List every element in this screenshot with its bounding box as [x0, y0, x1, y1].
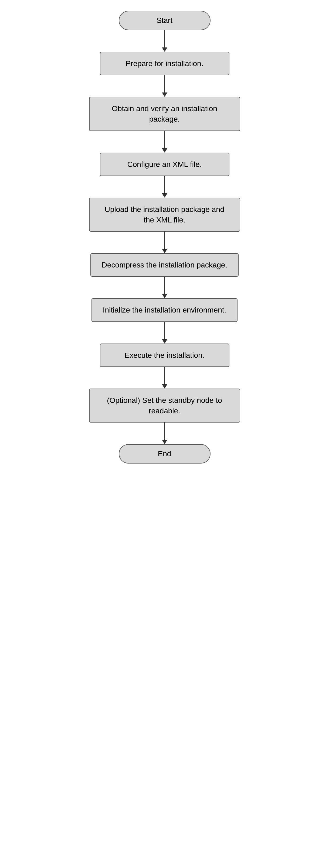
arrow-head-9: [162, 440, 167, 444]
arrow-head-6: [162, 294, 167, 298]
arrow-5: [162, 231, 167, 253]
execute-label: Execute the installation.: [125, 351, 205, 360]
obtain-node: Obtain and verify an installation packag…: [89, 97, 240, 131]
arrow-head-2: [162, 92, 167, 97]
arrow-line-7: [164, 322, 165, 340]
arrow-4: [162, 176, 167, 198]
end-node: End: [119, 444, 211, 464]
arrow-head-7: [162, 339, 167, 344]
decompress-node: Decompress the installation package.: [90, 253, 239, 277]
initialize-node: Initialize the installation environment.: [91, 298, 238, 322]
arrow-head-1: [162, 48, 167, 52]
arrow-line-5: [164, 231, 165, 249]
execute-node: Execute the installation.: [100, 344, 230, 367]
configure-node: Configure an XML file.: [100, 153, 230, 176]
optional-node: (Optional) Set the standby node to reada…: [89, 389, 240, 423]
arrow-line-6: [164, 277, 165, 294]
arrow-head-3: [162, 148, 167, 153]
arrow-9: [162, 423, 167, 444]
arrow-line-8: [164, 367, 165, 384]
arrow-line-9: [164, 423, 165, 440]
flowchart-container: Start Prepare for installation. Obtain a…: [84, 11, 246, 464]
start-label: Start: [156, 16, 173, 25]
configure-label: Configure an XML file.: [127, 160, 202, 168]
arrow-line-4: [164, 176, 165, 194]
arrow-line-2: [164, 75, 165, 93]
arrow-line-3: [164, 131, 165, 149]
optional-label: (Optional) Set the standby node to reada…: [107, 396, 222, 415]
arrow-2: [162, 75, 167, 97]
end-label: End: [158, 450, 171, 458]
upload-label: Upload the installation package and the …: [105, 205, 225, 224]
arrow-head-4: [162, 193, 167, 198]
obtain-label: Obtain and verify an installation packag…: [112, 104, 217, 123]
arrow-head-5: [162, 249, 167, 253]
prepare-label: Prepare for installation.: [126, 59, 204, 68]
prepare-node: Prepare for installation.: [100, 52, 230, 75]
arrow-7: [162, 322, 167, 344]
initialize-label: Initialize the installation environment.: [103, 306, 227, 314]
decompress-label: Decompress the installation package.: [102, 261, 227, 269]
arrow-line-1: [164, 30, 165, 48]
upload-node: Upload the installation package and the …: [89, 198, 240, 231]
arrow-head-8: [162, 384, 167, 389]
arrow-6: [162, 277, 167, 298]
arrow-3: [162, 131, 167, 153]
arrow-8: [162, 367, 167, 389]
arrow-1: [162, 30, 167, 52]
start-node: Start: [119, 11, 211, 30]
